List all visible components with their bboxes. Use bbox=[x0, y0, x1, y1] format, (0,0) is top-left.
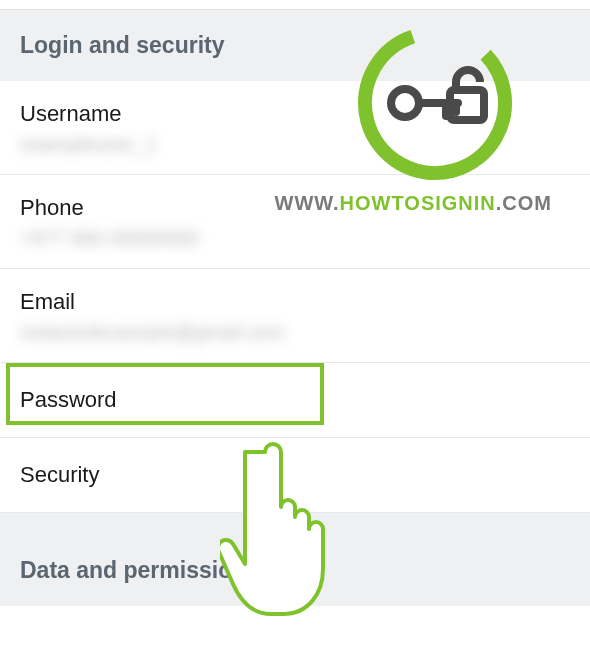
section-gap bbox=[0, 513, 590, 535]
row-phone[interactable]: Phone +977 984 00000000 bbox=[0, 175, 590, 269]
password-label: Password bbox=[20, 387, 117, 412]
username-label: Username bbox=[20, 101, 570, 127]
username-value: exampleuser_1 bbox=[20, 133, 570, 156]
section-header-data-permissions: Data and permissions bbox=[0, 535, 590, 606]
email-label: Email bbox=[20, 289, 570, 315]
section-title: Data and permissions bbox=[20, 557, 259, 583]
email-value: redactedexample@gmail.com bbox=[20, 321, 570, 344]
section-title: Login and security bbox=[20, 32, 224, 58]
section-header-login-security: Login and security bbox=[0, 10, 590, 81]
security-label: Security bbox=[20, 462, 99, 487]
phone-label: Phone bbox=[20, 195, 570, 221]
row-password[interactable]: Password bbox=[0, 363, 590, 438]
top-divider bbox=[0, 0, 590, 10]
phone-value: +977 984 00000000 bbox=[20, 227, 570, 250]
row-username[interactable]: Username exampleuser_1 bbox=[0, 81, 590, 175]
row-security[interactable]: Security bbox=[0, 438, 590, 513]
row-email[interactable]: Email redactedexample@gmail.com bbox=[0, 269, 590, 363]
